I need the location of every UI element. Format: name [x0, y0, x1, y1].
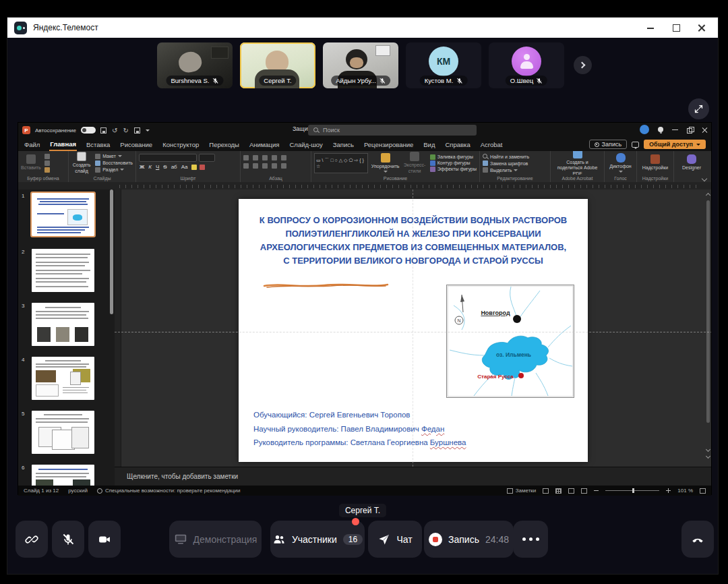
designer-button[interactable]: Designer [682, 154, 701, 171]
cut-icon[interactable] [44, 154, 50, 159]
vertical-guide[interactable] [413, 189, 413, 467]
tab-slideshow[interactable]: Слайд-шоу [289, 139, 324, 150]
shape-effects-button[interactable]: Эффекты фигуры [430, 167, 477, 172]
participant-tile[interactable]: Burshneva S. [157, 42, 233, 88]
slide-thumbnail-6[interactable] [32, 465, 94, 486]
language-indicator[interactable]: русский [68, 488, 88, 494]
leave-call-button[interactable] [681, 521, 714, 558]
zoom-slider[interactable] [605, 490, 659, 491]
redo-icon[interactable]: ↻ [123, 127, 128, 134]
change-case-button[interactable]: Аа [181, 164, 189, 170]
minimize-icon[interactable] [646, 24, 655, 32]
ppt-minimize-icon[interactable] [672, 127, 678, 133]
participant-tile[interactable]: О.Швец [489, 42, 564, 88]
shape-fill-button[interactable]: Заливка фигуры [430, 154, 477, 160]
close-icon[interactable] [698, 24, 706, 32]
screen-share-button[interactable]: Демонстрация [169, 521, 262, 558]
format-painter-icon[interactable] [44, 167, 50, 173]
tab-review[interactable]: Рецензирование [363, 139, 414, 150]
undo-icon[interactable]: ↺ [112, 127, 117, 134]
current-slide[interactable]: К ВОПРОСУ О КОРРОЗИОННОМ ВОЗДЕЙСТВИИ ВОД… [239, 199, 588, 462]
replace-fonts-button[interactable]: Замена шрифтов [483, 160, 528, 166]
tab-file[interactable]: Файл [24, 139, 40, 150]
tab-view[interactable]: Вид [423, 139, 435, 150]
thumbnail-scrollbar[interactable] [110, 189, 113, 314]
search-box[interactable]: Поиск [308, 125, 477, 136]
tab-animations[interactable]: Анимация [249, 139, 280, 150]
tab-insert[interactable]: Вставка [86, 139, 111, 150]
share-button[interactable]: Общий доступ [644, 140, 706, 149]
expand-shared-screen-button[interactable] [688, 98, 709, 119]
slide-thumbnail-1[interactable] [32, 193, 94, 236]
normal-view-icon[interactable] [543, 488, 549, 494]
qat-customize-icon[interactable] [146, 129, 150, 132]
record-button[interactable]: Запись [589, 140, 628, 149]
notes-area[interactable]: Щелкните, чтобы добавить заметки [115, 467, 711, 486]
camera-button[interactable] [88, 521, 121, 558]
zoom-in-icon[interactable] [666, 488, 671, 493]
start-presentation-icon[interactable] [134, 127, 140, 134]
layout-button[interactable]: Макет [95, 154, 133, 159]
tips-icon[interactable] [658, 127, 663, 132]
maximize-icon[interactable] [672, 24, 680, 32]
italic-button[interactable]: К [148, 164, 152, 170]
addins-button[interactable]: Надстройки [642, 154, 668, 171]
shapes-gallery[interactable]: ▭ \ ⌒ □ ○ △ ◇ ⬠ ⇨ { } ☆ [314, 153, 368, 173]
select-button[interactable]: Выделить [483, 167, 518, 173]
ribbon-collapse-icon[interactable] [702, 175, 707, 181]
chat-button[interactable]: Чат [368, 521, 422, 558]
tab-record[interactable]: Запись [332, 139, 355, 150]
font-name-input[interactable] [139, 154, 197, 162]
slideshow-view-icon[interactable] [581, 488, 587, 494]
participant-tile[interactable]: КМ Кустов М. [406, 42, 481, 88]
zoom-level[interactable]: 101 % [677, 488, 693, 494]
microphone-button[interactable] [52, 521, 84, 558]
participants-scroll-right-button[interactable] [574, 56, 592, 74]
tab-help[interactable]: Справка [444, 139, 471, 150]
line-spacing-icon[interactable] [281, 155, 286, 160]
copy-icon[interactable] [44, 160, 50, 166]
arrange-button[interactable]: Упорядочить [371, 153, 400, 173]
comments-icon[interactable] [632, 142, 639, 148]
tab-acrobat[interactable]: Acrobat [480, 139, 504, 150]
more-options-button[interactable] [513, 521, 548, 558]
tab-home[interactable]: Главная [49, 138, 77, 151]
canvas-scrollbar[interactable] [706, 192, 710, 462]
align-right-icon[interactable] [262, 163, 268, 169]
recording-button[interactable]: Запись 24:48 [424, 521, 514, 558]
scrollbar-thumb[interactable] [706, 200, 710, 423]
participants-button[interactable]: Участники 16 [270, 521, 365, 558]
orange-squiggle-shape[interactable] [260, 280, 392, 291]
reset-button[interactable]: Восстановить [95, 160, 133, 166]
participant-tile-active-speaker[interactable]: Сергей Т. [240, 42, 315, 88]
notes-toggle-button[interactable]: Заметки [507, 488, 537, 494]
copy-link-button[interactable] [16, 521, 48, 558]
zoom-knob[interactable] [632, 488, 634, 493]
create-pdf-button[interactable]: Создать и поделиться Adobe PDF [553, 151, 601, 175]
align-center-icon[interactable] [253, 163, 258, 169]
shape-outline-button[interactable]: Контур фигуры [430, 160, 477, 166]
indent-decrease-icon[interactable] [262, 155, 268, 160]
slide-thumbnail-2[interactable] [32, 249, 94, 292]
scroll-up-icon[interactable] [706, 192, 710, 197]
next-slide-icon[interactable] [706, 455, 710, 459]
ppt-restore-icon[interactable] [687, 127, 693, 133]
columns-icon[interactable] [281, 163, 286, 169]
slide-thumbnail-3[interactable] [32, 303, 94, 346]
tab-transitions[interactable]: Переходы [208, 139, 240, 150]
highlight-color-icon[interactable] [191, 165, 197, 170]
char-spacing-button[interactable]: аб [171, 164, 178, 170]
bullets-icon[interactable] [243, 155, 249, 160]
bold-button[interactable]: Ж [139, 164, 145, 170]
zoom-out-icon[interactable] [594, 488, 599, 493]
previous-slide-icon[interactable] [706, 448, 710, 452]
quick-styles-button[interactable]: Экспресс-стили [403, 152, 427, 173]
slide-sorter-view-icon[interactable] [555, 488, 562, 494]
accessibility-status[interactable]: Специальные возможности: проверьте реком… [97, 488, 241, 494]
save-icon[interactable] [100, 127, 107, 134]
participant-tile[interactable]: Айдын Урбу... [323, 42, 398, 88]
dictate-button[interactable]: Диктофон [609, 153, 631, 173]
slide-thumbnail-5[interactable] [32, 411, 94, 454]
section-button[interactable]: Раздел [95, 167, 133, 173]
ppt-close-icon[interactable] [702, 127, 708, 133]
